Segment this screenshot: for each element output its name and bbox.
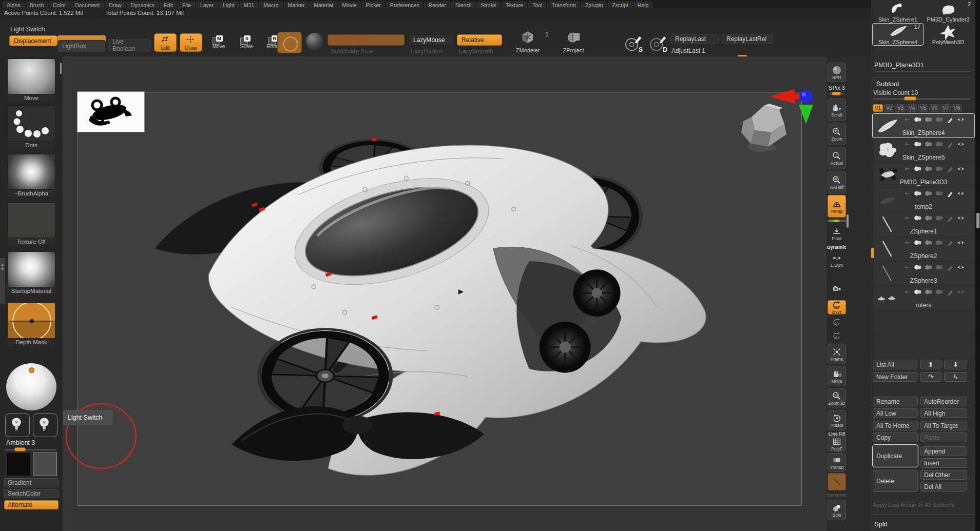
polypaint-icon[interactable] xyxy=(913,141,922,148)
texture-icon[interactable] xyxy=(935,264,944,271)
ambient-slider-track[interactable] xyxy=(5,449,56,450)
strip-bpr-button[interactable]: BPR xyxy=(828,63,846,82)
brush-slot[interactable]: Move xyxy=(7,58,55,102)
strip-scrollbar[interactable] xyxy=(847,214,849,228)
scale-button[interactable]: S Scale xyxy=(235,33,258,52)
strip-aahalf-button[interactable]: AAHalf xyxy=(828,171,846,193)
adaptive-size-slider[interactable]: Adaptive Size xyxy=(328,34,405,46)
visibility-eye-icon[interactable] xyxy=(956,116,965,123)
strip-line-fill-button[interactable]: Line FillPolyF xyxy=(828,432,846,451)
strip-zoom3d-button[interactable]: 3DZoom3D xyxy=(828,388,846,408)
sculpt-brush-icon[interactable] xyxy=(946,288,954,296)
flip-icon[interactable] xyxy=(902,165,911,172)
append-button[interactable]: Append xyxy=(920,446,967,456)
light-placement-sphere[interactable] xyxy=(6,363,56,410)
visibility-eye-icon[interactable] xyxy=(956,264,965,271)
replaylast-button[interactable]: ReplayLast xyxy=(670,34,719,44)
light-dot[interactable] xyxy=(29,367,34,373)
sculpt-brush-icon[interactable] xyxy=(946,239,954,246)
draw-button[interactable]: Draw xyxy=(180,33,202,52)
flip-icon[interactable] xyxy=(902,239,911,246)
list-all-button[interactable]: List All xyxy=(873,360,917,369)
subtool-row-pm3d-plane3d3[interactable]: PM3D_Plane3D3 xyxy=(873,163,974,187)
menu-texture[interactable]: Texture xyxy=(502,2,527,9)
polypaint-icon[interactable] xyxy=(913,165,922,172)
gradient-button[interactable]: Gradient xyxy=(4,478,59,487)
sidebar-scrollbar[interactable] xyxy=(60,63,62,74)
uv-icon[interactable] xyxy=(924,190,933,197)
uv-icon[interactable] xyxy=(924,288,933,296)
ambient-slider-handle[interactable] xyxy=(14,447,26,451)
menu-stencil[interactable]: Stencil xyxy=(451,2,476,9)
material-slot[interactable]: StartupMaterial xyxy=(7,251,55,294)
delete-button[interactable]: Delete xyxy=(873,470,918,492)
del-other-button[interactable]: Del Other xyxy=(920,470,967,480)
strip-zoom-button[interactable]: Zoom xyxy=(828,123,846,145)
sculpt-brush-icon[interactable] xyxy=(946,165,954,172)
uv-icon[interactable] xyxy=(924,165,933,172)
subtool-row-zsphere2[interactable]: ZSphere2 xyxy=(873,237,974,261)
sculpt-brush-icon[interactable] xyxy=(946,190,954,197)
lazyradius-slider[interactable]: LazyRadius xyxy=(411,48,443,55)
visibility-eye-icon[interactable] xyxy=(956,239,965,246)
strip-cam-button[interactable] xyxy=(828,278,846,299)
spix-slider-handle[interactable] xyxy=(832,92,841,95)
menu-render[interactable]: Render xyxy=(424,2,450,9)
light-1-button[interactable] xyxy=(5,414,30,437)
menu-alpha[interactable]: Alpha xyxy=(3,2,25,9)
menu-preferences[interactable]: Preferences xyxy=(386,2,424,9)
subtool-tab-v8[interactable]: V8 xyxy=(952,104,962,112)
panel-scrollbar-thumb[interactable] xyxy=(976,213,979,228)
light-2-button[interactable] xyxy=(33,414,57,437)
canvas-area[interactable] xyxy=(63,56,827,531)
sculpt-brush-d-button[interactable]: D xyxy=(648,33,668,54)
sculpt-brush-icon[interactable] xyxy=(946,214,954,222)
new-folder-button[interactable]: New Folder xyxy=(873,372,917,382)
displacement-button[interactable]: Displacement xyxy=(9,35,57,46)
texture-icon[interactable] xyxy=(935,116,944,123)
brush-preview-button[interactable] xyxy=(277,32,302,53)
strip-gxyz-button[interactable]: xyzGxyz xyxy=(828,300,846,314)
document-viewport[interactable] xyxy=(78,92,802,506)
polypaint-icon[interactable] xyxy=(913,264,922,271)
strip-solo-button[interactable]: Solo xyxy=(828,500,846,520)
tool-thumb-skin-zsphere4[interactable]: 17 Skin_ZSphere4 xyxy=(873,24,923,45)
tool-thumb-pm3d-cylinder3[interactable]: 2 PM3D_Cylinder3 xyxy=(923,1,973,23)
strip-move-button[interactable]: Move xyxy=(828,366,846,386)
menu-marker[interactable]: Marker xyxy=(284,2,309,9)
tool-thumb-skin-zsphere1[interactable]: Skin_ZSphere1 xyxy=(873,1,923,23)
subtool-empty-slot[interactable]: · · xyxy=(873,311,974,334)
polypaint-icon[interactable] xyxy=(913,288,922,296)
visible-count-slider-handle[interactable] xyxy=(904,96,916,101)
texture-icon[interactable] xyxy=(935,288,944,296)
flip-icon[interactable] xyxy=(902,288,911,296)
strip-floor-button[interactable]: Floor xyxy=(828,225,846,242)
sculpt-brush-icon[interactable] xyxy=(946,116,954,123)
flip-icon[interactable] xyxy=(902,116,911,123)
strip-gy-button[interactable]: y xyxy=(828,316,846,328)
subtool-list-scroll-indicator[interactable] xyxy=(871,248,874,258)
secondary-color-swatch[interactable] xyxy=(33,453,57,476)
material2-slot[interactable]: Depth Mask xyxy=(7,303,55,346)
menu-zplugin[interactable]: Zplugin xyxy=(581,2,607,9)
stroke-preview-sphere[interactable] xyxy=(306,33,323,50)
visibility-eye-icon[interactable] xyxy=(956,141,965,148)
menu-transform[interactable]: Transform xyxy=(547,2,580,9)
subtool-tab-v1[interactable]: V1 xyxy=(873,104,883,112)
menu-tool[interactable]: Tool xyxy=(528,2,546,9)
move-down-button[interactable]: ⬇ xyxy=(944,360,967,369)
menu-brush[interactable]: Brush xyxy=(26,2,48,9)
zmodeler-button[interactable]: ZModeler xyxy=(515,30,540,55)
subtool-empty-slot[interactable]: · · xyxy=(873,335,974,358)
move-button[interactable]: M Move xyxy=(207,33,230,52)
polypaint-icon[interactable] xyxy=(913,116,922,123)
sculpt-brush-icon[interactable] xyxy=(946,141,954,148)
menu-zscript[interactable]: Zscript xyxy=(608,2,632,9)
flip-icon[interactable] xyxy=(902,190,911,197)
texture-icon[interactable] xyxy=(935,141,944,148)
all-to-home-button[interactable]: All To Home xyxy=(873,421,918,430)
uv-icon[interactable] xyxy=(924,141,933,148)
subtool-row-zsphere3[interactable]: ZSphere3 xyxy=(873,262,974,285)
flip-icon[interactable] xyxy=(902,141,911,148)
sculpt-brush-s-button[interactable]: S xyxy=(623,33,644,54)
